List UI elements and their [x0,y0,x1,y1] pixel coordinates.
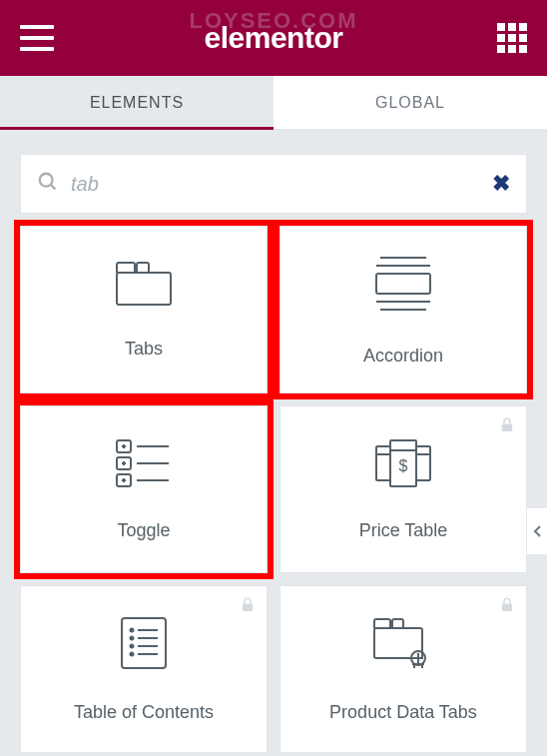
lock-icon [498,416,516,438]
svg-rect-23 [416,446,430,480]
widget-label: Tabs [125,339,163,360]
widget-product-data-tabs[interactable]: Product Data Tabs [279,585,527,753]
lock-icon [239,596,257,618]
svg-rect-2 [117,273,171,305]
svg-point-34 [131,644,134,647]
brand-logo: elementor [205,21,343,54]
accordion-icon [374,254,432,318]
watermark: LOYSEO.COM [0,8,547,34]
search-icon [37,171,59,197]
svg-point-32 [131,636,134,639]
collapse-panel-button[interactable] [526,507,547,555]
svg-rect-21 [376,446,390,480]
product-data-tabs-icon [372,616,434,674]
widget-label: Toggle [117,520,170,541]
widget-tabs[interactable]: Tabs [20,226,268,393]
svg-rect-29 [122,618,166,668]
apps-button[interactable] [497,23,527,53]
svg-rect-39 [374,628,422,658]
widget-label: Table of Contents [74,702,214,723]
clear-search-icon[interactable]: ✖ [492,171,510,197]
svg-rect-28 [243,604,254,612]
widget-label: Price Table [359,520,448,541]
svg-rect-5 [376,274,430,294]
tab-global[interactable]: GLOBAL [274,76,547,129]
svg-rect-20 [502,424,513,432]
svg-text:$: $ [399,457,408,474]
search-widget: ✖ [20,154,527,214]
widget-label: Accordion [363,346,443,367]
widget-accordion[interactable]: Accordion [279,226,527,393]
toggle-icon [115,438,173,492]
price-table-icon: $ [374,438,432,492]
svg-point-30 [131,628,134,631]
tab-elements[interactable]: ELEMENTS [0,76,274,129]
lock-icon [498,596,516,618]
svg-line-1 [51,185,56,190]
search-input[interactable] [71,173,480,196]
tabs-icon [115,261,173,311]
widget-table-of-contents[interactable]: Table of Contents [20,585,268,753]
menu-button[interactable] [20,25,54,51]
svg-point-0 [40,174,53,187]
widget-price-table[interactable]: $ Price Table [279,405,527,573]
svg-point-36 [131,652,134,655]
widget-label: Product Data Tabs [329,702,477,723]
svg-rect-38 [502,604,513,612]
toc-icon [120,616,168,674]
widget-toggle[interactable]: Toggle [20,405,268,573]
